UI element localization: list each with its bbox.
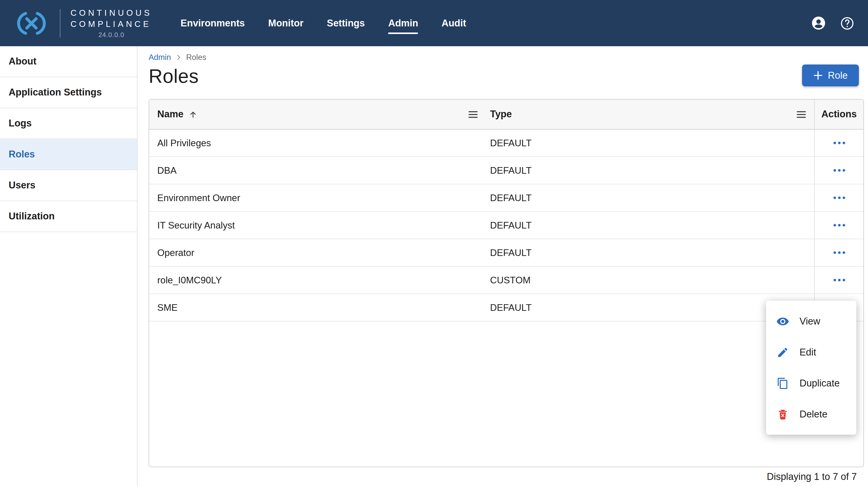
nav-audit[interactable]: Audit: [442, 11, 466, 35]
role-type-cell: DEFAULT: [490, 294, 814, 321]
top-navbar: CONTINUOUS COMPLIANCE 24.0.0.0 Environme…: [0, 0, 868, 46]
plus-icon: [813, 70, 823, 80]
row-actions-button[interactable]: [830, 139, 848, 147]
add-role-button[interactable]: Role: [802, 64, 859, 86]
admin-sidebar: About Application Settings Logs Roles Us…: [0, 46, 137, 486]
role-actions-cell: [814, 267, 863, 293]
sidebar-item-users[interactable]: Users: [0, 170, 137, 201]
column-header-type[interactable]: Type: [490, 99, 814, 129]
role-actions-cell: [814, 212, 863, 239]
role-type-cell: DEFAULT: [490, 184, 814, 211]
pencil-icon: [776, 346, 789, 358]
sidebar-item-about[interactable]: About: [0, 46, 137, 77]
column-header-name[interactable]: Name: [149, 99, 490, 129]
role-type-cell: DEFAULT: [490, 157, 814, 184]
breadcrumb: Admin Roles: [149, 52, 864, 62]
menu-item-duplicate[interactable]: Duplicate: [766, 368, 856, 399]
duplicate-icon: [776, 377, 789, 389]
delphix-logo-icon: [13, 11, 50, 35]
role-name-cell: Operator: [149, 239, 490, 266]
row-actions-button[interactable]: [830, 276, 848, 284]
row-actions-menu: View Edit Duplicate: [766, 301, 856, 435]
table-row: role_I0MC90LY CUSTOM: [149, 267, 863, 294]
breadcrumb-admin-link[interactable]: Admin: [149, 53, 171, 62]
brand-divider: [60, 9, 60, 37]
role-name-cell: Environment Owner: [149, 184, 490, 211]
sidebar-item-logs[interactable]: Logs: [0, 108, 137, 139]
table-row: IT Security Analyst DEFAULT: [149, 212, 863, 239]
add-role-button-label: Role: [828, 70, 848, 81]
brand-line1: CONTINUOUS: [70, 8, 152, 19]
role-type-cell: CUSTOM: [490, 267, 814, 293]
eye-icon: [776, 315, 789, 328]
table-row: DBA DEFAULT: [149, 157, 863, 184]
trash-icon: [776, 408, 789, 420]
pagination-status: Displaying 1 to 7 of 7: [149, 471, 864, 482]
table-row: Environment Owner DEFAULT: [149, 184, 863, 212]
role-name-cell: role_I0MC90LY: [149, 267, 490, 293]
menu-item-view[interactable]: View: [766, 306, 856, 337]
nav-monitor[interactable]: Monitor: [268, 11, 303, 35]
role-actions-cell: [814, 130, 863, 156]
column-header-actions: Actions: [814, 99, 863, 129]
role-actions-cell: [814, 184, 863, 211]
table-row: Operator DEFAULT: [149, 239, 863, 267]
nav-admin[interactable]: Admin: [388, 11, 418, 35]
column-header-actions-label: Actions: [821, 109, 857, 120]
column-menu-icon[interactable]: [797, 111, 806, 118]
navbar-actions: [811, 15, 855, 31]
menu-item-duplicate-label: Duplicate: [800, 378, 840, 389]
menu-item-delete[interactable]: Delete: [766, 399, 856, 430]
brand-logo-block[interactable]: CONTINUOUS COMPLIANCE 24.0.0.0: [13, 8, 152, 38]
role-name-cell: SME: [149, 294, 490, 321]
sort-ascending-icon: [188, 109, 198, 119]
main-content: Admin Roles Roles Role Name: [137, 46, 868, 486]
chevron-right-icon: [175, 54, 182, 61]
table-header-row: Name Type: [149, 99, 863, 130]
row-actions-button[interactable]: [830, 221, 848, 230]
row-actions-button[interactable]: [830, 166, 848, 175]
row-actions-button[interactable]: [830, 248, 848, 257]
role-actions-cell: [814, 239, 863, 266]
role-type-cell: DEFAULT: [490, 239, 814, 266]
table-row: All Privileges DEFAULT: [149, 130, 863, 157]
row-actions-button[interactable]: [830, 194, 848, 202]
roles-table: Name Type: [149, 99, 864, 467]
brand-line2: COMPLIANCE: [70, 19, 152, 29]
sidebar-item-roles[interactable]: Roles: [0, 139, 137, 170]
breadcrumb-current: Roles: [186, 53, 206, 62]
page-title: Roles: [149, 64, 864, 88]
role-name-cell: IT Security Analyst: [149, 212, 490, 239]
account-icon[interactable]: [811, 15, 827, 31]
sidebar-item-application-settings[interactable]: Application Settings: [0, 77, 137, 108]
role-name-cell: All Privileges: [149, 130, 490, 156]
nav-environments[interactable]: Environments: [181, 11, 245, 35]
column-header-type-label: Type: [490, 109, 512, 120]
primary-nav: Environments Monitor Settings Admin Audi…: [181, 11, 466, 35]
menu-item-edit[interactable]: Edit: [766, 337, 856, 368]
column-menu-icon[interactable]: [468, 111, 478, 118]
role-type-cell: DEFAULT: [490, 130, 814, 156]
help-icon[interactable]: [840, 16, 855, 31]
nav-settings[interactable]: Settings: [327, 11, 365, 35]
column-header-name-label: Name: [157, 109, 184, 120]
sidebar-item-utilization[interactable]: Utilization: [0, 201, 137, 232]
role-name-cell: DBA: [149, 157, 490, 184]
app-version: 24.0.0.0: [70, 31, 152, 38]
menu-item-delete-label: Delete: [800, 408, 828, 420]
brand-text-block: CONTINUOUS COMPLIANCE 24.0.0.0: [70, 8, 152, 38]
menu-item-view-label: View: [800, 316, 820, 327]
menu-item-edit-label: Edit: [800, 347, 816, 358]
table-row: SME DEFAULT: [149, 294, 863, 321]
role-type-cell: DEFAULT: [490, 212, 814, 239]
role-actions-cell: [814, 157, 863, 184]
app-window: CONTINUOUS COMPLIANCE 24.0.0.0 Environme…: [0, 0, 868, 486]
